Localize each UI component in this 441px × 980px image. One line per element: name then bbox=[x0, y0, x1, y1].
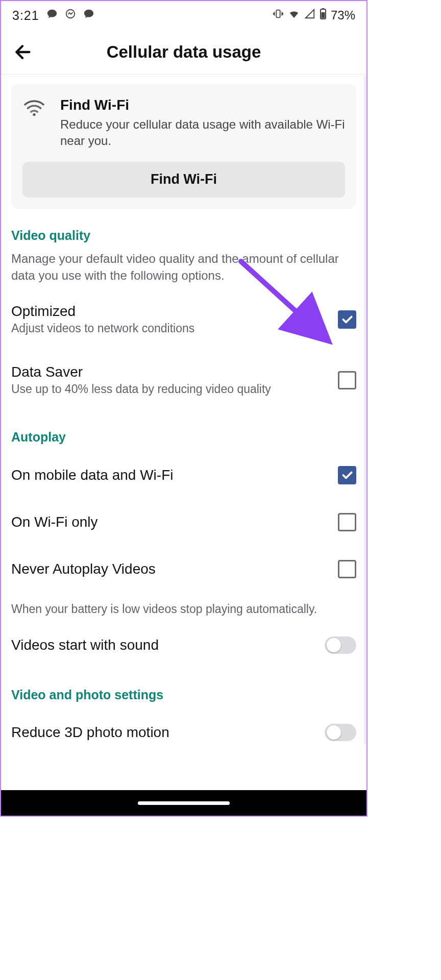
video-quality-desc: Manage your default video quality and th… bbox=[11, 250, 356, 284]
battery-icon bbox=[320, 8, 327, 23]
option-autoplay-wifi-only[interactable]: On Wi-Fi only bbox=[11, 499, 356, 546]
optimized-sub: Adjust videos to network conditions bbox=[11, 322, 338, 335]
signal-icon bbox=[304, 8, 315, 22]
option-autoplay-never[interactable]: Never Autoplay Videos bbox=[11, 546, 356, 593]
toggle-reduce-3d[interactable] bbox=[325, 724, 356, 741]
toggle-videos-sound[interactable] bbox=[325, 636, 356, 654]
row-videos-sound[interactable]: Videos start with sound bbox=[11, 622, 356, 668]
data-saver-sub: Use up to 40% less data by reducing vide… bbox=[11, 382, 338, 396]
android-nav-bar bbox=[1, 790, 366, 816]
find-wifi-button[interactable]: Find Wi-Fi bbox=[22, 162, 345, 198]
svg-rect-4 bbox=[321, 12, 325, 18]
autoplay-note: When your battery is low videos stop pla… bbox=[11, 593, 356, 622]
find-wifi-desc: Reduce your cellular data usage with ava… bbox=[60, 116, 345, 150]
autoplay-opt2-title: On Wi-Fi only bbox=[11, 514, 338, 530]
app-header: Cellular data usage bbox=[1, 30, 366, 75]
svg-point-5 bbox=[33, 113, 35, 116]
data-saver-title: Data Saver bbox=[11, 364, 338, 380]
checkbox-autoplay-2[interactable] bbox=[338, 513, 356, 531]
checkbox-optimized[interactable] bbox=[338, 310, 356, 329]
status-bar: 3:21 73% bbox=[1, 1, 366, 30]
wifi-icon bbox=[22, 97, 51, 119]
checkbox-autoplay-1[interactable] bbox=[338, 466, 356, 484]
checkbox-autoplay-3[interactable] bbox=[338, 560, 356, 578]
find-wifi-title: Find Wi-Fi bbox=[60, 97, 345, 113]
row-reduce-3d[interactable]: Reduce 3D photo motion bbox=[11, 709, 356, 762]
option-data-saver[interactable]: Data Saver Use up to 40% less data by re… bbox=[11, 350, 356, 410]
status-time: 3:21 bbox=[12, 8, 39, 23]
battery-percent: 73% bbox=[331, 8, 355, 22]
optimized-title: Optimized bbox=[11, 303, 338, 320]
autoplay-opt3-title: Never Autoplay Videos bbox=[11, 561, 338, 577]
autoplay-opt1-title: On mobile data and Wi-Fi bbox=[11, 467, 338, 483]
content-scroll[interactable]: Find Wi-Fi Reduce your cellular data usa… bbox=[1, 75, 366, 790]
option-autoplay-mobile-wifi[interactable]: On mobile data and Wi-Fi bbox=[11, 452, 356, 499]
wifi-status-icon bbox=[288, 8, 300, 22]
messenger-icon bbox=[65, 8, 76, 22]
vibrate-icon bbox=[273, 8, 284, 22]
chat-icon bbox=[46, 8, 58, 22]
find-wifi-card: Find Wi-Fi Reduce your cellular data usa… bbox=[11, 84, 356, 209]
svg-rect-3 bbox=[322, 8, 324, 9]
reduce-3d-label: Reduce 3D photo motion bbox=[11, 724, 169, 741]
videos-sound-label: Videos start with sound bbox=[11, 637, 159, 653]
checkbox-data-saver[interactable] bbox=[338, 371, 356, 389]
page-title: Cellular data usage bbox=[10, 42, 357, 62]
svg-rect-1 bbox=[276, 10, 280, 18]
chat-icon-2 bbox=[83, 8, 94, 22]
section-autoplay: Autoplay bbox=[11, 430, 356, 445]
section-video-photo: Video and photo settings bbox=[11, 688, 356, 702]
scroll-indicator bbox=[364, 76, 366, 744]
section-video-quality: Video quality bbox=[11, 228, 356, 243]
nav-home-pill[interactable] bbox=[138, 801, 230, 805]
option-optimized[interactable]: Optimized Adjust videos to network condi… bbox=[11, 289, 356, 350]
